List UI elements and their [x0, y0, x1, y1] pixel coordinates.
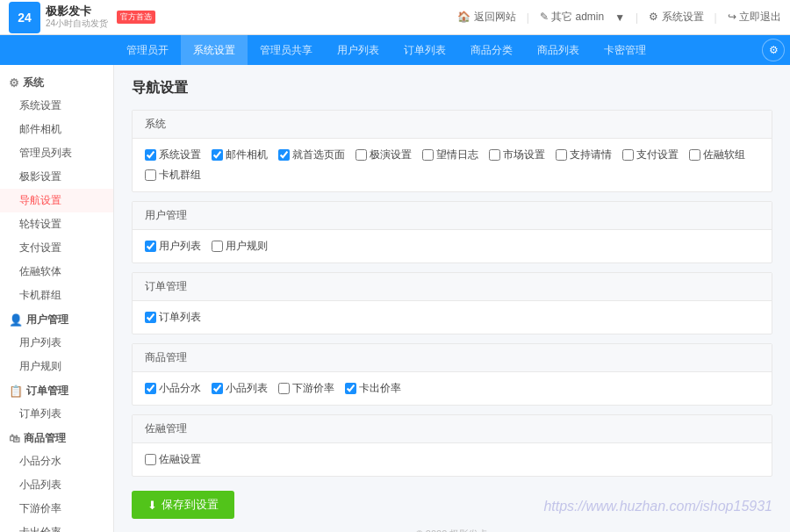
section-order-header: 订单管理 [133, 273, 772, 301]
sidebar-item-goods-2[interactable]: 下游价率 [0, 497, 113, 521]
cb-goods-2[interactable]: 下游价率 [278, 381, 334, 396]
user-icon: 👤 [9, 313, 23, 327]
section-goods-body: 小品分水 小品列表 下游价率 卡出价率 [133, 372, 772, 405]
copyright: © 2022 极影发卡 [132, 519, 772, 532]
section-goods-header: 商品管理 [133, 344, 772, 372]
sidebar-group-user: 👤 用户管理 [0, 307, 113, 331]
cb-sys-2[interactable]: 就首选页面 [278, 147, 345, 162]
navbar-item-4[interactable]: 订单列表 [391, 35, 458, 65]
logo-sub: 24小时自动发货 [46, 18, 108, 30]
main-content: 导航设置 系统 系统设置 邮件相机 就首选页面 极演设置 望情日志 市场设置 支… [114, 65, 790, 532]
navbar-item-2[interactable]: 管理员共享 [248, 35, 325, 65]
sidebar-group-system: ⚙ 系统 [0, 70, 113, 94]
section-system-body: 系统设置 邮件相机 就首选页面 极演设置 望情日志 市场设置 支持请情 支付设置… [133, 139, 772, 191]
cb-order-0[interactable]: 订单列表 [145, 310, 201, 325]
sidebar-item-order-0[interactable]: 订单列表 [0, 402, 113, 426]
sidebar-group-order: 📋 订单管理 [0, 378, 113, 402]
section-user-header: 用户管理 [133, 202, 772, 230]
system-icon: ⚙ [9, 76, 19, 90]
cb-sys-8[interactable]: 佐融软组 [689, 147, 745, 162]
nav-home-link[interactable]: 🏠 返回网站 [457, 10, 515, 25]
section-rate-header: 佐融管理 [133, 415, 772, 443]
section-rate-body: 佐融设置 [133, 443, 772, 476]
navbar: 管理员开 系统设置 管理员共享 用户列表 订单列表 商品分类 商品列表 卡密管理… [0, 35, 790, 65]
sidebar-item-goods-3[interactable]: 卡出价率 [0, 521, 113, 532]
cb-goods-3[interactable]: 卡出价率 [345, 381, 401, 396]
cb-goods-1[interactable]: 小品列表 [212, 381, 268, 396]
cb-sys-9[interactable]: 卡机群组 [145, 168, 201, 183]
section-goods: 商品管理 小品分水 小品列表 下游价率 卡出价率 [132, 343, 772, 406]
section-user: 用户管理 用户列表 用户规则 [132, 201, 772, 263]
sidebar-item-sys-0[interactable]: 系统设置 [0, 94, 113, 118]
goods-icon: 🛍 [9, 432, 20, 445]
page-title: 导航设置 [132, 79, 772, 97]
sidebar-item-goods-0[interactable]: 小品分水 [0, 449, 113, 473]
sidebar-item-sys-5[interactable]: 轮转设置 [0, 212, 113, 236]
sidebar-item-sys-8[interactable]: 卡机群组 [0, 284, 113, 307]
cb-rate-0[interactable]: 佐融设置 [145, 452, 201, 467]
section-system-header: 系统 [133, 111, 772, 139]
section-rate: 佐融管理 佐融设置 [132, 414, 772, 477]
logo-title: 极影发卡 [46, 4, 108, 18]
cb-sys-6[interactable]: 支持请情 [556, 147, 612, 162]
navbar-item-5[interactable]: 商品分类 [458, 35, 525, 65]
sidebar-item-sys-3[interactable]: 极影设置 [0, 165, 113, 189]
navbar-item-1[interactable]: 系统设置 [181, 35, 248, 65]
cb-sys-3[interactable]: 极演设置 [356, 147, 412, 162]
navbar-item-3[interactable]: 用户列表 [325, 35, 391, 65]
sidebar-item-user-1[interactable]: 用户规则 [0, 355, 113, 378]
nav-settings-link[interactable]: ⚙ 系统设置 [649, 10, 703, 25]
cb-goods-0[interactable]: 小品分水 [145, 381, 201, 396]
sidebar-item-sys-6[interactable]: 支付设置 [0, 236, 113, 260]
sidebar-item-sys-2[interactable]: 管理员列表 [0, 141, 113, 165]
section-order: 订单管理 订单列表 [132, 272, 772, 334]
nav-logout-link[interactable]: ↪ 立即退出 [728, 10, 781, 25]
logo-badge: 官方首选 [117, 11, 155, 24]
sidebar-item-user-0[interactable]: 用户列表 [0, 331, 113, 355]
cb-sys-4[interactable]: 望情日志 [422, 147, 478, 162]
sidebar: ⚙ 系统 系统设置 邮件相机 管理员列表 极影设置 导航设置 轮转设置 支付设置… [0, 65, 114, 532]
sidebar-item-sys-4[interactable]: 导航设置 [0, 189, 113, 212]
sidebar-item-sys-7[interactable]: 佐融软体 [0, 260, 113, 284]
layout: ⚙ 系统 系统设置 邮件相机 管理员列表 极影设置 导航设置 轮转设置 支付设置… [0, 65, 790, 532]
navbar-gear-icon[interactable]: ⚙ [762, 39, 785, 61]
save-icon: ⬇ [147, 499, 157, 512]
cb-user-1[interactable]: 用户规则 [212, 239, 268, 254]
sidebar-group-goods: 🛍 商品管理 [0, 426, 113, 449]
nav-other-link[interactable]: ✎ 其它 admin [540, 10, 604, 25]
cb-sys-0[interactable]: 系统设置 [145, 147, 201, 162]
sidebar-item-sys-1[interactable]: 邮件相机 [0, 118, 113, 141]
section-system: 系统 系统设置 邮件相机 就首选页面 极演设置 望情日志 市场设置 支持请情 支… [132, 110, 772, 192]
section-user-body: 用户列表 用户规则 [133, 230, 772, 262]
sidebar-item-goods-1[interactable]: 小品列表 [0, 473, 113, 497]
cb-sys-1[interactable]: 邮件相机 [212, 147, 268, 162]
order-icon: 📋 [9, 385, 23, 398]
logo-icon: 24 [9, 2, 40, 33]
header: 24 极影发卡 24小时自动发货 官方首选 🏠 返回网站 | ✎ 其它 admi… [0, 0, 790, 35]
header-right: 🏠 返回网站 | ✎ 其它 admin ▼ | ⚙ 系统设置 | ↪ 立即退出 [457, 10, 781, 25]
logo-area: 24 极影发卡 24小时自动发货 官方首选 [9, 2, 155, 33]
cb-user-0[interactable]: 用户列表 [145, 239, 201, 254]
cb-sys-7[interactable]: 支付设置 [622, 147, 679, 162]
cb-sys-5[interactable]: 市场设置 [489, 147, 545, 162]
save-button[interactable]: ⬇ 保存到设置 [132, 491, 234, 519]
navbar-item-7[interactable]: 卡密管理 [592, 35, 658, 65]
navbar-item-6[interactable]: 商品列表 [525, 35, 592, 65]
navbar-item-0[interactable]: 管理员开 [114, 35, 181, 65]
section-order-body: 订单列表 [133, 301, 772, 334]
